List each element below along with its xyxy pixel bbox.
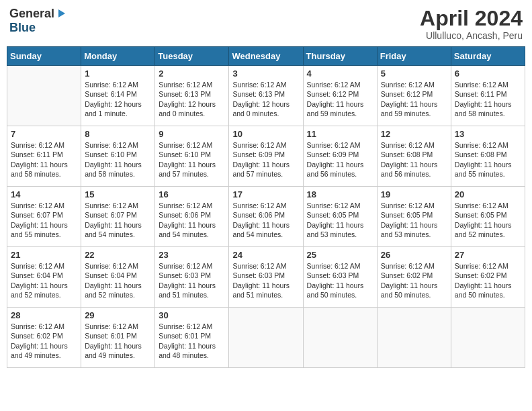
calendar-cell: 21Sunrise: 6:12 AMSunset: 6:04 PMDayligh… <box>7 247 81 308</box>
calendar-cell: 12Sunrise: 6:12 AMSunset: 6:08 PMDayligh… <box>377 126 451 187</box>
calendar-cell: 27Sunrise: 6:12 AMSunset: 6:02 PMDayligh… <box>451 247 525 308</box>
calendar-cell: 1Sunrise: 6:12 AMSunset: 6:14 PMDaylight… <box>81 66 155 126</box>
day-number: 19 <box>381 189 447 199</box>
svg-marker-0 <box>58 9 65 17</box>
day-info: Sunrise: 6:12 AMSunset: 6:08 PMDaylight:… <box>381 140 447 179</box>
calendar-cell: 26Sunrise: 6:12 AMSunset: 6:02 PMDayligh… <box>377 247 451 308</box>
day-info: Sunrise: 6:12 AMSunset: 6:05 PMDaylight:… <box>307 201 373 239</box>
day-info: Sunrise: 6:12 AMSunset: 6:07 PMDaylight:… <box>11 201 77 239</box>
day-info: Sunrise: 6:12 AMSunset: 6:13 PMDaylight:… <box>159 80 225 118</box>
day-number: 5 <box>381 68 447 79</box>
day-info: Sunrise: 6:12 AMSunset: 6:03 PMDaylight:… <box>307 261 373 300</box>
day-number: 8 <box>85 129 151 139</box>
day-info: Sunrise: 6:12 AMSunset: 6:01 PMDaylight:… <box>159 322 225 360</box>
calendar-week-row: 21Sunrise: 6:12 AMSunset: 6:04 PMDayligh… <box>7 247 525 308</box>
calendar-cell: 22Sunrise: 6:12 AMSunset: 6:04 PMDayligh… <box>81 247 155 308</box>
day-info: Sunrise: 6:12 AMSunset: 6:10 PMDaylight:… <box>85 140 151 179</box>
day-number: 28 <box>11 310 77 320</box>
weekday-header-saturday: Saturday <box>451 47 525 66</box>
day-number: 29 <box>85 310 151 320</box>
calendar-week-row: 1Sunrise: 6:12 AMSunset: 6:14 PMDaylight… <box>7 66 525 126</box>
weekday-header-tuesday: Tuesday <box>155 47 229 66</box>
day-number: 20 <box>455 189 521 199</box>
day-number: 13 <box>455 129 521 139</box>
day-info: Sunrise: 6:12 AMSunset: 6:07 PMDaylight:… <box>85 201 151 239</box>
calendar-cell: 14Sunrise: 6:12 AMSunset: 6:07 PMDayligh… <box>7 187 81 247</box>
calendar-cell: 9Sunrise: 6:12 AMSunset: 6:10 PMDaylight… <box>155 126 229 187</box>
day-number: 16 <box>159 189 225 199</box>
weekday-header-thursday: Thursday <box>303 47 377 66</box>
day-info: Sunrise: 6:12 AMSunset: 6:10 PMDaylight:… <box>159 140 225 179</box>
day-info: Sunrise: 6:12 AMSunset: 6:06 PMDaylight:… <box>232 201 299 239</box>
day-info: Sunrise: 6:12 AMSunset: 6:02 PMDaylight:… <box>381 261 447 300</box>
day-number: 4 <box>307 68 373 79</box>
weekday-header-monday: Monday <box>81 47 155 66</box>
calendar-week-row: 7Sunrise: 6:12 AMSunset: 6:11 PMDaylight… <box>7 126 525 187</box>
day-info: Sunrise: 6:12 AMSunset: 6:06 PMDaylight:… <box>159 201 225 239</box>
weekday-header-sunday: Sunday <box>7 47 81 66</box>
day-number: 15 <box>85 189 151 199</box>
day-info: Sunrise: 6:12 AMSunset: 6:03 PMDaylight:… <box>232 261 299 300</box>
calendar-cell: 16Sunrise: 6:12 AMSunset: 6:06 PMDayligh… <box>155 187 229 247</box>
day-number: 27 <box>455 250 521 260</box>
day-info: Sunrise: 6:12 AMSunset: 6:02 PMDaylight:… <box>455 261 521 300</box>
day-number: 7 <box>11 129 77 139</box>
day-number: 17 <box>232 189 299 199</box>
day-info: Sunrise: 6:12 AMSunset: 6:09 PMDaylight:… <box>307 140 373 179</box>
day-info: Sunrise: 6:12 AMSunset: 6:03 PMDaylight:… <box>159 261 225 300</box>
calendar-cell: 2Sunrise: 6:12 AMSunset: 6:13 PMDaylight… <box>155 66 229 126</box>
calendar-week-row: 28Sunrise: 6:12 AMSunset: 6:02 PMDayligh… <box>7 308 525 368</box>
day-number: 11 <box>307 129 373 139</box>
day-number: 23 <box>159 250 225 260</box>
day-number: 12 <box>381 129 447 139</box>
day-number: 21 <box>11 250 77 260</box>
calendar-cell: 10Sunrise: 6:12 AMSunset: 6:09 PMDayligh… <box>229 126 303 187</box>
calendar-cell <box>7 66 81 126</box>
title-area: April 2024 Ullulluco, Ancash, Peru <box>420 7 523 41</box>
day-info: Sunrise: 6:12 AMSunset: 6:12 PMDaylight:… <box>381 80 447 118</box>
calendar-table: SundayMondayTuesdayWednesdayThursdayFrid… <box>7 46 525 368</box>
calendar-header-row: SundayMondayTuesdayWednesdayThursdayFrid… <box>7 47 525 66</box>
calendar-cell: 30Sunrise: 6:12 AMSunset: 6:01 PMDayligh… <box>155 308 229 368</box>
calendar-cell <box>229 308 303 368</box>
day-info: Sunrise: 6:12 AMSunset: 6:04 PMDaylight:… <box>11 261 77 300</box>
calendar-cell: 8Sunrise: 6:12 AMSunset: 6:10 PMDaylight… <box>81 126 155 187</box>
calendar-cell: 20Sunrise: 6:12 AMSunset: 6:05 PMDayligh… <box>451 187 525 247</box>
logo-blue-text: Blue <box>9 21 36 34</box>
day-number: 9 <box>159 129 225 139</box>
location-subtitle: Ullulluco, Ancash, Peru <box>420 30 523 41</box>
calendar-cell: 29Sunrise: 6:12 AMSunset: 6:01 PMDayligh… <box>81 308 155 368</box>
calendar-cell: 7Sunrise: 6:12 AMSunset: 6:11 PMDaylight… <box>7 126 81 187</box>
calendar-cell: 19Sunrise: 6:12 AMSunset: 6:05 PMDayligh… <box>377 187 451 247</box>
calendar-cell: 24Sunrise: 6:12 AMSunset: 6:03 PMDayligh… <box>229 247 303 308</box>
day-info: Sunrise: 6:12 AMSunset: 6:09 PMDaylight:… <box>232 140 299 179</box>
day-number: 3 <box>232 68 299 79</box>
day-info: Sunrise: 6:12 AMSunset: 6:05 PMDaylight:… <box>381 201 447 239</box>
day-number: 1 <box>85 68 151 79</box>
day-info: Sunrise: 6:12 AMSunset: 6:02 PMDaylight:… <box>11 322 77 360</box>
day-number: 2 <box>159 68 225 79</box>
day-info: Sunrise: 6:12 AMSunset: 6:08 PMDaylight:… <box>455 140 521 179</box>
weekday-header-friday: Friday <box>377 47 451 66</box>
calendar-cell: 18Sunrise: 6:12 AMSunset: 6:05 PMDayligh… <box>303 187 377 247</box>
day-info: Sunrise: 6:12 AMSunset: 6:14 PMDaylight:… <box>85 80 151 118</box>
day-number: 22 <box>85 250 151 260</box>
calendar-week-row: 14Sunrise: 6:12 AMSunset: 6:07 PMDayligh… <box>7 187 525 247</box>
calendar-cell: 28Sunrise: 6:12 AMSunset: 6:02 PMDayligh… <box>7 308 81 368</box>
page-header: General Blue April 2024 Ullulluco, Ancas… <box>7 7 525 41</box>
day-info: Sunrise: 6:12 AMSunset: 6:05 PMDaylight:… <box>455 201 521 239</box>
day-info: Sunrise: 6:12 AMSunset: 6:04 PMDaylight:… <box>85 261 151 300</box>
calendar-cell <box>377 308 451 368</box>
calendar-cell: 6Sunrise: 6:12 AMSunset: 6:11 PMDaylight… <box>451 66 525 126</box>
logo-arrow-icon <box>56 8 66 19</box>
calendar-cell <box>451 308 525 368</box>
day-info: Sunrise: 6:12 AMSunset: 6:12 PMDaylight:… <box>307 80 373 118</box>
calendar-cell: 11Sunrise: 6:12 AMSunset: 6:09 PMDayligh… <box>303 126 377 187</box>
day-number: 25 <box>307 250 373 260</box>
calendar-cell: 17Sunrise: 6:12 AMSunset: 6:06 PMDayligh… <box>229 187 303 247</box>
calendar-cell <box>303 308 377 368</box>
calendar-cell: 13Sunrise: 6:12 AMSunset: 6:08 PMDayligh… <box>451 126 525 187</box>
day-number: 6 <box>455 68 521 79</box>
day-info: Sunrise: 6:12 AMSunset: 6:13 PMDaylight:… <box>232 80 299 118</box>
day-number: 14 <box>11 189 77 199</box>
